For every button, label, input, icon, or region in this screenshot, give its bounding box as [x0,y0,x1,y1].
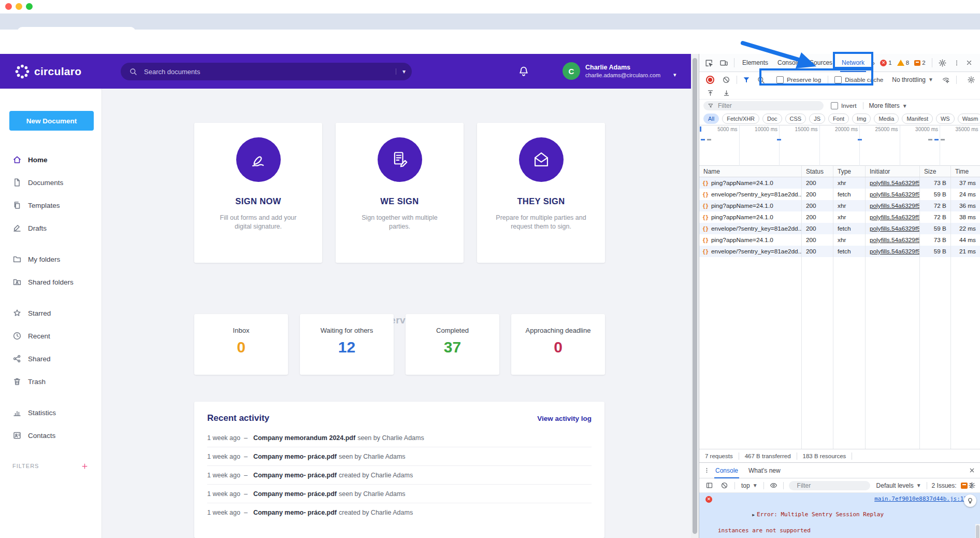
network-request-row[interactable]: {}ping?appName=24.1.0 200 xhr polyfills.… [699,200,980,211]
network-column-header[interactable]: Time [951,166,980,177]
issues-badge[interactable]: 2 [914,60,925,66]
network-column-header[interactable]: Type [833,166,866,177]
more-filters-button[interactable]: More filters [869,102,900,109]
network-request-row[interactable]: {}envelope/?sentry_key=81ae2dd... 200 fe… [699,189,980,200]
request-type-chip[interactable]: Font [828,114,849,124]
traffic-light-close[interactable] [5,3,12,10]
user-menu[interactable]: C Charlie Adams charlie.adams@circularo.… [563,62,660,80]
clear-network-log-icon[interactable] [722,76,730,84]
more-tabs-icon[interactable]: » [871,59,875,67]
sidebar-item[interactable]: Drafts [0,217,102,239]
inspect-element-icon[interactable] [704,59,713,67]
console-sidebar-icon[interactable] [705,482,713,489]
request-initiator[interactable]: polyfills.54a6329f5 [870,191,920,198]
drawer-menu-icon[interactable] [703,466,710,474]
sidebar-item[interactable]: Home [0,148,102,171]
app-logo[interactable]: circularo [13,63,81,80]
devtools-close-icon[interactable] [965,59,973,66]
stat-card[interactable]: Inbox 0 [194,314,288,375]
network-column-header[interactable]: Name [699,166,802,177]
network-settings-icon[interactable] [967,76,975,84]
network-search-icon[interactable] [757,76,765,84]
activity-row[interactable]: 1 week ago – Company memo- práce.pdf cre… [207,503,592,521]
page-scrollbar[interactable] [691,54,699,538]
network-column-header[interactable]: Initiator [866,166,920,177]
devtools-tab[interactable]: Network [837,54,869,72]
console-error-message[interactable]: ✕ ▶Error: Multiple Sentry Session Replay… [699,493,980,538]
request-initiator[interactable]: polyfills.54a6329f5 [870,179,920,187]
request-initiator[interactable]: polyfills.54a6329f5 [870,214,920,221]
devtools-tab[interactable]: Sources [805,54,837,72]
request-initiator[interactable]: polyfills.54a6329f5 [870,202,920,209]
app-search-bar[interactable]: ▾ [121,63,412,80]
search-input[interactable] [143,67,396,76]
device-toolbar-icon[interactable] [719,59,728,67]
new-document-button[interactable]: New Document [9,111,94,131]
stat-card[interactable]: Waiting for others 12 [300,314,394,375]
request-type-chip[interactable]: WS [936,114,955,124]
request-initiator[interactable]: polyfills.54a6329f5 [870,248,920,255]
console-filter-input[interactable] [789,481,870,490]
search-scope-caret-icon[interactable]: ▾ [396,68,406,75]
network-column-header[interactable]: Status [802,166,833,177]
network-request-row[interactable]: {}ping?appName=24.1.0 200 xhr polyfills.… [699,177,980,189]
ai-insight-button[interactable] [964,494,976,507]
export-har-icon[interactable] [723,89,730,97]
sidebar-item[interactable]: My folders [0,248,102,271]
add-filter-icon[interactable] [81,462,89,470]
traffic-light-minimize[interactable] [16,3,22,10]
sidebar-item[interactable]: Shared folders [0,271,102,293]
traffic-light-zoom[interactable] [26,3,33,10]
disable-cache-label[interactable]: Disable cache [845,76,883,83]
devtools-settings-icon[interactable] [938,59,947,67]
stat-card[interactable]: Approaching deadline 0 [511,314,605,375]
devtools-tab[interactable]: Elements [738,54,773,72]
network-request-row[interactable]: {}envelope/?sentry_key=81ae2dd... 200 fe… [699,223,980,234]
filter-toggle-icon[interactable] [742,76,751,84]
sidebar-item[interactable]: Statistics [0,401,102,424]
drawer-tab[interactable]: What's new [743,463,786,478]
action-card[interactable]: SIGN NOW Fill out forms and add your dig… [194,123,322,263]
request-type-chip[interactable]: Wasm [958,114,980,124]
drawer-tab[interactable]: Console [710,463,743,478]
activity-row[interactable]: 1 week ago – Company memo- práce.pdf cre… [207,465,592,484]
import-har-icon[interactable] [707,89,714,97]
live-expression-icon[interactable] [770,482,777,489]
action-card[interactable]: WE SIGN Sign together with multiple part… [336,123,464,263]
request-type-chip[interactable]: CSS [785,114,806,124]
preserve-log-label[interactable]: Preserve log [787,76,821,83]
sidebar-item[interactable]: Templates [0,194,102,217]
sidebar-item[interactable]: Starred [0,302,102,324]
activity-row[interactable]: 1 week ago – Company memo- práce.pdf see… [207,484,592,503]
network-filter-input[interactable] [703,101,824,110]
page-scrollbar-thumb[interactable] [693,58,697,534]
sidebar-item[interactable]: Shared [0,347,102,370]
expand-triangle-icon[interactable]: ▶ [752,513,755,517]
network-column-header[interactable]: Size [920,166,951,177]
devtools-menu-icon[interactable] [953,59,960,67]
console-settings-icon[interactable] [968,482,976,489]
request-type-chip[interactable]: Manifest [902,114,933,124]
warning-badge[interactable]: 8 [897,60,909,66]
notifications-bell-icon[interactable] [518,65,529,77]
context-select[interactable]: top [741,482,750,489]
network-timeline-overview[interactable]: 5000 ms 10000 ms 15000 ms 20000 ms 25000… [699,125,980,166]
sidebar-item[interactable]: Contacts [0,424,102,447]
action-card[interactable]: THEY SIGN Prepare for multiple parties a… [477,123,605,263]
network-request-row[interactable]: {}ping?appName=24.1.0 200 xhr polyfills.… [699,234,980,246]
activity-row[interactable]: 1 week ago – Company memo- práce.pdf see… [207,447,592,465]
request-type-chip[interactable]: Doc [762,114,782,124]
sidebar-item[interactable]: Recent [0,324,102,347]
request-initiator[interactable]: polyfills.54a6329f5 [870,225,920,232]
request-type-chip[interactable]: Img [852,114,871,124]
timeline-handle[interactable] [700,126,701,132]
request-type-chip[interactable]: JS [809,114,825,124]
invert-label[interactable]: Invert [841,102,857,109]
console-scrollbar-thumb[interactable] [976,525,979,538]
error-source-link[interactable]: main.7ef9010e8837d44b.js:12 [874,495,967,503]
stat-card[interactable]: Completed 37 [406,314,499,375]
sidebar-item[interactable]: Documents [0,171,102,194]
throttling-select[interactable]: No throttling [892,76,926,83]
sidebar-item[interactable]: Trash [0,370,102,393]
devtools-tab[interactable]: Console [773,54,805,72]
